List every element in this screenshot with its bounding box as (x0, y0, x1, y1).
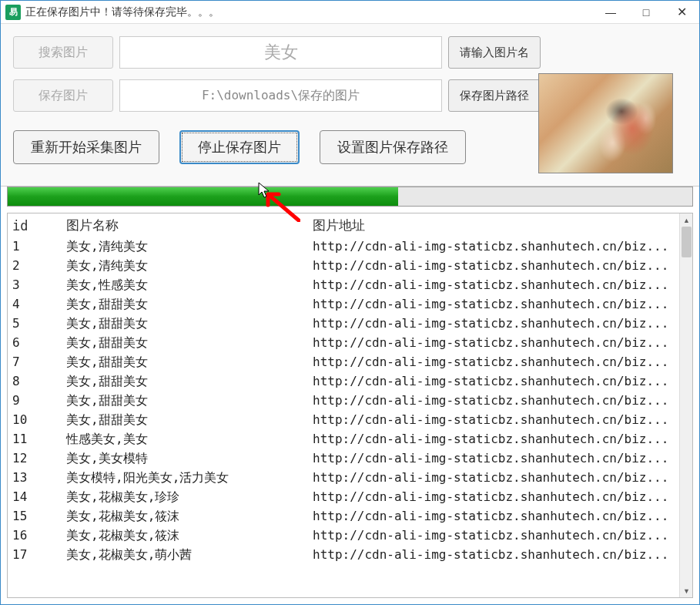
cell-url: http://cdn-ali-img-staticbz.shanhutech.c… (308, 276, 692, 295)
table-row[interactable]: 11性感美女,美女http://cdn-ali-img-staticbz.sha… (8, 430, 692, 449)
header-id[interactable]: id (8, 213, 62, 237)
minimize-button[interactable]: — (593, 1, 628, 24)
table-row[interactable]: 16美女,花椒美女,筱沫http://cdn-ali-img-staticbz.… (8, 526, 692, 546)
cell-name: 美女,甜甜美女 (62, 372, 308, 392)
close-button[interactable]: ✕ (664, 1, 699, 24)
cell-url: http://cdn-ali-img-staticbz.shanhutech.c… (308, 411, 692, 430)
app-window: 易 正在保存图片中！请等待保存完毕。。。 — □ ✕ 搜索图片 美女 请输入图片… (0, 0, 700, 605)
cell-id: 16 (8, 526, 62, 546)
cell-id: 10 (8, 411, 62, 430)
table-row[interactable]: 15美女,花椒美女,筱沫http://cdn-ali-img-staticbz.… (8, 507, 692, 526)
cell-id: 6 (8, 334, 62, 353)
cell-url: http://cdn-ali-img-staticbz.shanhutech.c… (308, 372, 692, 392)
scroll-up-arrow-icon[interactable]: ▲ (680, 213, 693, 227)
cell-name: 美女,花椒美女,珍珍 (62, 488, 308, 507)
cell-name: 美女,花椒美女,萌小茜 (62, 546, 308, 565)
table-row[interactable]: 10美女,甜甜美女http://cdn-ali-img-staticbz.sha… (8, 411, 692, 430)
table-row[interactable]: 1美女,清纯美女http://cdn-ali-img-staticbz.shan… (8, 237, 692, 257)
save-row: 保存图片 F:\downloads\保存的图片 保存图片路径 (13, 79, 541, 112)
cell-url: http://cdn-ali-img-staticbz.shanhutech.c… (308, 526, 692, 546)
header-url[interactable]: 图片地址 (308, 213, 692, 237)
cell-url: http://cdn-ali-img-staticbz.shanhutech.c… (308, 430, 692, 449)
table-row[interactable]: 8美女,甜甜美女http://cdn-ali-img-staticbz.shan… (8, 372, 692, 392)
cell-name: 美女,甜甜美女 (62, 295, 308, 314)
save-images-button: 保存图片 (13, 79, 113, 112)
cell-id: 13 (8, 469, 62, 488)
cell-url: http://cdn-ali-img-staticbz.shanhutech.c… (308, 334, 692, 353)
cell-id: 2 (8, 257, 62, 276)
cell-id: 14 (8, 488, 62, 507)
vertical-scrollbar[interactable]: ▲ ▼ (679, 213, 692, 597)
table-row[interactable]: 4美女,甜甜美女http://cdn-ali-img-staticbz.shan… (8, 295, 692, 314)
header-name[interactable]: 图片名称 (62, 213, 308, 237)
toolbar-area: 搜索图片 美女 请输入图片名 保存图片 F:\downloads\保存的图片 保… (1, 24, 699, 187)
cell-id: 8 (8, 372, 62, 392)
results-table: id 图片名称 图片地址 1美女,清纯美女http://cdn-ali-img-… (8, 213, 692, 565)
cell-url: http://cdn-ali-img-staticbz.shanhutech.c… (308, 257, 692, 276)
cell-id: 7 (8, 353, 62, 372)
table-row[interactable]: 7美女,甜甜美女http://cdn-ali-img-staticbz.shan… (8, 353, 692, 372)
table-row[interactable]: 9美女,甜甜美女http://cdn-ali-img-staticbz.shan… (8, 392, 692, 411)
window-title: 正在保存图片中！请等待保存完毕。。。 (25, 5, 593, 19)
cell-name: 美女,性感美女 (62, 276, 308, 295)
cell-id: 1 (8, 237, 62, 257)
cell-url: http://cdn-ali-img-staticbz.shanhutech.c… (308, 353, 692, 372)
table-row[interactable]: 5美女,甜甜美女http://cdn-ali-img-staticbz.shan… (8, 314, 692, 334)
cell-name: 美女,花椒美女,筱沫 (62, 507, 308, 526)
table-row[interactable]: 13美女模特,阳光美女,活力美女http://cdn-ali-img-stati… (8, 469, 692, 488)
progress-bar (7, 187, 693, 207)
search-row: 搜索图片 美女 请输入图片名 (13, 36, 541, 69)
cell-name: 美女,清纯美女 (62, 237, 308, 257)
scroll-thumb[interactable] (682, 227, 692, 257)
set-save-path-button[interactable]: 设置图片保存路径 (320, 130, 466, 164)
cell-url: http://cdn-ali-img-staticbz.shanhutech.c… (308, 392, 692, 411)
cell-url: http://cdn-ali-img-staticbz.shanhutech.c… (308, 488, 692, 507)
table-header-row: id 图片名称 图片地址 (8, 213, 692, 237)
cell-id: 3 (8, 276, 62, 295)
maximize-button[interactable]: □ (628, 1, 664, 24)
cell-name: 美女,花椒美女,筱沫 (62, 526, 308, 546)
cell-url: http://cdn-ali-img-staticbz.shanhutech.c… (308, 295, 692, 314)
preview-image (538, 73, 673, 173)
restart-collect-button[interactable]: 重新开始采集图片 (13, 130, 159, 164)
table-row[interactable]: 14美女,花椒美女,珍珍http://cdn-ali-img-staticbz.… (8, 488, 692, 507)
cell-url: http://cdn-ali-img-staticbz.shanhutech.c… (308, 449, 692, 469)
cell-url: http://cdn-ali-img-staticbz.shanhutech.c… (308, 469, 692, 488)
cell-id: 9 (8, 392, 62, 411)
save-path-input[interactable]: F:\downloads\保存的图片 (119, 79, 442, 112)
cell-url: http://cdn-ali-img-staticbz.shanhutech.c… (308, 314, 692, 334)
progress-fill (8, 187, 398, 206)
table-row[interactable]: 6美女,甜甜美女http://cdn-ali-img-staticbz.shan… (8, 334, 692, 353)
cell-name: 美女,甜甜美女 (62, 353, 308, 372)
search-hint-button[interactable]: 请输入图片名 (448, 36, 541, 69)
cell-name: 美女模特,阳光美女,活力美女 (62, 469, 308, 488)
cell-id: 4 (8, 295, 62, 314)
results-list: id 图片名称 图片地址 1美女,清纯美女http://cdn-ali-img-… (7, 213, 693, 598)
app-icon: 易 (5, 5, 21, 20)
titlebar[interactable]: 易 正在保存图片中！请等待保存完毕。。。 — □ ✕ (1, 1, 699, 24)
save-path-label-button[interactable]: 保存图片路径 (448, 79, 541, 112)
cell-id: 12 (8, 449, 62, 469)
search-input[interactable]: 美女 (119, 36, 442, 69)
table-row[interactable]: 17美女,花椒美女,萌小茜http://cdn-ali-img-staticbz… (8, 546, 692, 565)
cell-url: http://cdn-ali-img-staticbz.shanhutech.c… (308, 507, 692, 526)
cell-id: 15 (8, 507, 62, 526)
cell-id: 11 (8, 430, 62, 449)
cell-name: 美女,美女模特 (62, 449, 308, 469)
cell-url: http://cdn-ali-img-staticbz.shanhutech.c… (308, 546, 692, 565)
stop-save-button[interactable]: 停止保存图片 (179, 130, 300, 164)
scroll-down-arrow-icon[interactable]: ▼ (680, 584, 693, 597)
cell-name: 美女,甜甜美女 (62, 411, 308, 430)
table-row[interactable]: 2美女,清纯美女http://cdn-ali-img-staticbz.shan… (8, 257, 692, 276)
cell-url: http://cdn-ali-img-staticbz.shanhutech.c… (308, 237, 692, 257)
cell-name: 美女,甜甜美女 (62, 334, 308, 353)
table-row[interactable]: 3美女,性感美女http://cdn-ali-img-staticbz.shan… (8, 276, 692, 295)
cell-id: 17 (8, 546, 62, 565)
table-row[interactable]: 12美女,美女模特http://cdn-ali-img-staticbz.sha… (8, 449, 692, 469)
cell-name: 美女,清纯美女 (62, 257, 308, 276)
window-controls: — □ ✕ (593, 1, 699, 24)
cell-name: 性感美女,美女 (62, 430, 308, 449)
cell-id: 5 (8, 314, 62, 334)
cell-name: 美女,甜甜美女 (62, 314, 308, 334)
search-images-button: 搜索图片 (13, 36, 113, 69)
